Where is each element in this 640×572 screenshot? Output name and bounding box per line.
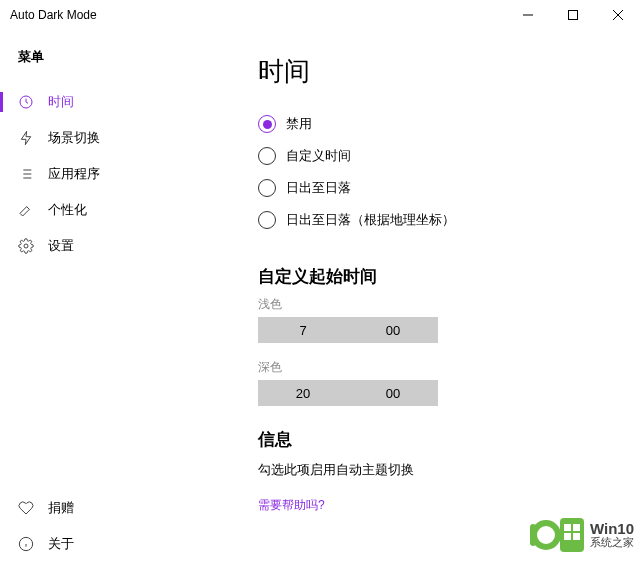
minimize-icon: [523, 10, 533, 20]
window-controls: [505, 0, 640, 30]
radio-label: 禁用: [286, 115, 312, 133]
sidebar-item-apps[interactable]: 应用程序: [0, 156, 250, 192]
dark-time-label: 深色: [258, 359, 610, 376]
info-section: 信息 勾选此项启用自动主题切换 需要帮助吗?: [258, 428, 610, 514]
radio-label: 日出至日落（根据地理坐标）: [286, 211, 455, 229]
radio-custom-time[interactable]: 自定义时间: [258, 147, 610, 165]
app-body: 菜单 时间 场景切换 应用程序 个性化 设置: [0, 30, 640, 572]
maximize-button[interactable]: [550, 0, 595, 30]
light-time-row: 浅色 7 00: [258, 296, 610, 343]
sidebar-item-time[interactable]: 时间: [0, 84, 250, 120]
sidebar-item-about[interactable]: 关于: [0, 526, 250, 562]
close-icon: [613, 10, 623, 20]
svg-point-11: [24, 244, 28, 248]
time-mode-radio-group: 禁用 自定义时间 日出至日落 日出至日落（根据地理坐标）: [258, 115, 610, 229]
sidebar-item-label: 设置: [48, 237, 74, 255]
titlebar: Auto Dark Mode: [0, 0, 640, 30]
help-link[interactable]: 需要帮助吗?: [258, 498, 325, 512]
light-hour-input[interactable]: 7: [258, 317, 348, 343]
radio-sunrise-sunset[interactable]: 日出至日落: [258, 179, 610, 197]
radio-sunrise-geo[interactable]: 日出至日落（根据地理坐标）: [258, 211, 610, 229]
heart-icon: [18, 500, 34, 516]
radio-label: 日出至日落: [286, 179, 351, 197]
sidebar: 菜单 时间 场景切换 应用程序 个性化 设置: [0, 30, 250, 572]
sidebar-item-label: 关于: [48, 535, 74, 553]
dark-hour-input[interactable]: 20: [258, 380, 348, 406]
custom-time-heading: 自定义起始时间: [258, 265, 610, 288]
info-icon: [18, 536, 34, 552]
info-text: 勾选此项启用自动主题切换: [258, 461, 610, 479]
main-content: 时间 禁用 自定义时间 日出至日落 日出至日落（根据地理坐标） 自定义起始时间 …: [250, 30, 640, 572]
maximize-icon: [568, 10, 578, 20]
radio-disabled[interactable]: 禁用: [258, 115, 610, 133]
lightning-icon: [18, 130, 34, 146]
svg-rect-1: [568, 11, 577, 20]
minimize-button[interactable]: [505, 0, 550, 30]
clock-icon: [18, 94, 34, 110]
light-minute-input[interactable]: 00: [348, 317, 438, 343]
page-title: 时间: [258, 54, 610, 89]
info-heading: 信息: [258, 428, 610, 451]
sidebar-item-label: 场景切换: [48, 129, 100, 147]
sidebar-bottom: 捐赠 关于: [0, 490, 250, 562]
sidebar-item-label: 捐赠: [48, 499, 74, 517]
light-time-inputs: 7 00: [258, 317, 610, 343]
sidebar-item-personalize[interactable]: 个性化: [0, 192, 250, 228]
radio-icon: [258, 211, 276, 229]
radio-icon: [258, 115, 276, 133]
gear-icon: [18, 238, 34, 254]
sidebar-item-label: 个性化: [48, 201, 87, 219]
sidebar-heading: 菜单: [0, 48, 250, 84]
sidebar-item-label: 应用程序: [48, 165, 100, 183]
close-button[interactable]: [595, 0, 640, 30]
sidebar-item-donate[interactable]: 捐赠: [0, 490, 250, 526]
light-time-label: 浅色: [258, 296, 610, 313]
pencil-icon: [18, 202, 34, 218]
radio-icon: [258, 147, 276, 165]
dark-time-row: 深色 20 00: [258, 359, 610, 406]
radio-icon: [258, 179, 276, 197]
radio-label: 自定义时间: [286, 147, 351, 165]
dark-time-inputs: 20 00: [258, 380, 610, 406]
window-title: Auto Dark Mode: [10, 8, 97, 22]
sidebar-item-label: 时间: [48, 93, 74, 111]
sidebar-list: 时间 场景切换 应用程序 个性化 设置: [0, 84, 250, 490]
sidebar-item-scene[interactable]: 场景切换: [0, 120, 250, 156]
sidebar-item-settings[interactable]: 设置: [0, 228, 250, 264]
dark-minute-input[interactable]: 00: [348, 380, 438, 406]
list-icon: [18, 166, 34, 182]
